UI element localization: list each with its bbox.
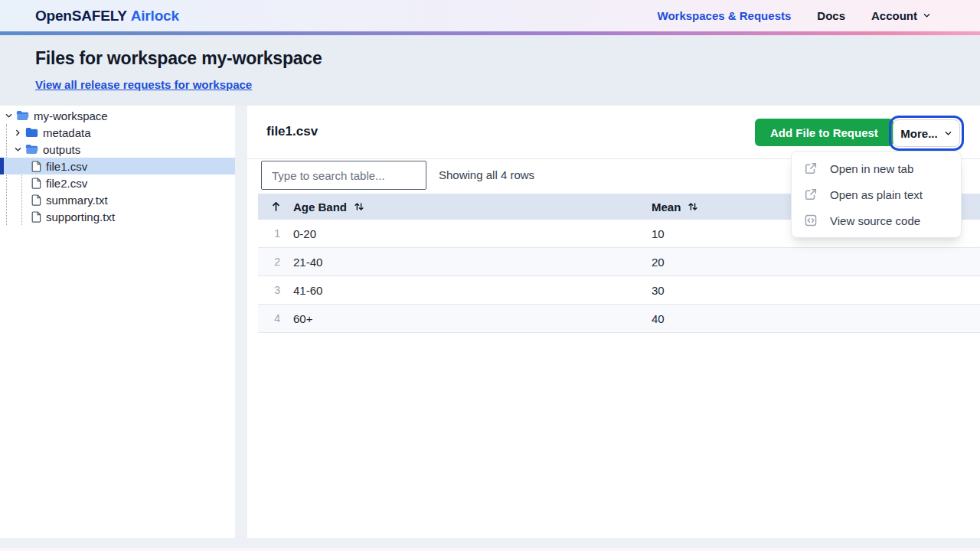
tree-item-my-workspace[interactable]: my-workspace (0, 107, 235, 124)
external-link-icon (804, 187, 818, 201)
search-input[interactable] (261, 161, 426, 190)
tree-item-summary-txt[interactable]: summary.txt (0, 191, 235, 208)
tree-item-outputs[interactable]: outputs (0, 141, 235, 158)
cell-age-band: 41-60 (293, 284, 652, 297)
file-icon (31, 211, 41, 223)
file-tree-sidebar: my-workspacemetadataoutputsfile1.csvfile… (0, 106, 235, 538)
tree-item-label: supporting.txt (46, 210, 115, 223)
file-tree: my-workspacemetadataoutputsfile1.csvfile… (0, 107, 235, 225)
sort-both-icon[interactable] (354, 201, 364, 212)
sort-ascending-icon[interactable] (271, 201, 281, 212)
file-icon (31, 161, 41, 172)
column-header-age-band[interactable]: Age Band (293, 201, 652, 214)
tree-item-file1-csv[interactable]: file1.csv (0, 158, 235, 174)
logo-secondary: Airlock (131, 8, 179, 24)
folder-open-icon (16, 110, 29, 121)
page-banner: Files for workspace my-workspace View al… (0, 35, 980, 106)
chevron-down-icon[interactable] (12, 145, 24, 154)
file-icon (31, 194, 41, 206)
folder-closed-icon (25, 127, 38, 138)
cell-age-band: 21-40 (293, 256, 652, 269)
rows-status: Showing all 4 rows (439, 159, 534, 191)
row-index: 1 (258, 227, 293, 240)
view-release-requests-link[interactable]: View all release requests for workspace (35, 78, 252, 91)
folder-open-icon (25, 144, 38, 155)
row-index: 2 (258, 256, 293, 268)
tree-item-label: outputs (43, 143, 80, 156)
index-column-header[interactable] (258, 201, 293, 212)
code-icon (804, 214, 818, 227)
external-link-icon (804, 161, 818, 175)
cell-mean: 40 (652, 312, 980, 325)
tree-item-label: my-workspace (34, 109, 108, 122)
chevron-down-icon[interactable] (3, 112, 15, 120)
tree-item-label: file2.csv (46, 177, 87, 190)
file-title: file1.csv (266, 124, 318, 139)
table-row: 460+40 (258, 305, 980, 333)
nav-account[interactable]: Account (871, 9, 931, 22)
cell-age-band: 0-20 (293, 227, 652, 240)
add-file-to-request-button[interactable]: Add File to Request (755, 119, 893, 146)
menu-item-view-source-code[interactable]: View source code (792, 207, 961, 233)
more-dropdown-menu: Open in new tabOpen as plain textView so… (791, 151, 962, 238)
app-logo[interactable]: OpenSAFELYAirlock (35, 8, 179, 24)
tree-item-label: summary.txt (46, 194, 108, 207)
tree-item-label: file1.csv (46, 160, 87, 173)
row-index: 4 (258, 312, 293, 324)
cell-mean: 30 (652, 284, 980, 297)
header-gradient-bar (0, 31, 980, 35)
page-title: Files for workspace my-workspace (35, 48, 945, 69)
tree-item-label: metadata (43, 126, 91, 139)
tree-item-file2-csv[interactable]: file2.csv (0, 174, 235, 191)
sort-both-icon[interactable] (688, 201, 698, 212)
nav-docs[interactable]: Docs (817, 9, 845, 22)
app-header: OpenSAFELYAirlock Workspaces & Requests … (0, 0, 980, 31)
menu-item-label: Open as plain text (830, 188, 923, 201)
logo-primary: OpenSAFELY (35, 8, 127, 24)
menu-item-open-as-plain-text[interactable]: Open as plain text (792, 181, 961, 207)
nav-workspaces-requests[interactable]: Workspaces & Requests (658, 9, 792, 22)
row-index: 3 (258, 284, 293, 296)
bottom-strip (0, 548, 980, 551)
tree-item-metadata[interactable]: metadata (0, 124, 235, 141)
menu-item-open-in-new-tab[interactable]: Open in new tab (792, 155, 961, 181)
file-icon (31, 178, 41, 189)
chevron-down-icon (923, 9, 931, 22)
tree-item-supporting-txt[interactable]: supporting.txt (0, 208, 235, 225)
cell-mean: 20 (652, 256, 980, 269)
table-row: 341-6030 (258, 276, 980, 305)
cell-age-band: 60+ (293, 312, 652, 325)
chevron-down-icon (944, 127, 952, 140)
more-button[interactable]: More... (893, 119, 960, 147)
menu-item-label: View source code (830, 214, 920, 227)
top-nav: Workspaces & Requests Docs Account (658, 9, 931, 22)
chevron-right-icon[interactable] (12, 129, 24, 137)
menu-item-label: Open in new tab (830, 162, 913, 175)
table-row: 221-4020 (258, 248, 980, 276)
